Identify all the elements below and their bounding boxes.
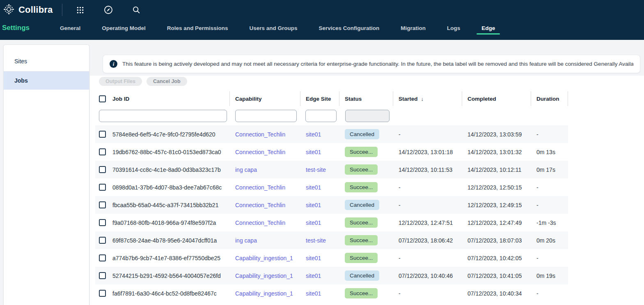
job-id-cell: a774b7b6-9cb7-41e7-8386-ef77550dbe25 [112, 255, 220, 261]
tab-roles-and-permissions[interactable]: Roles and Permissions [156, 25, 239, 37]
row-checkbox[interactable] [99, 201, 106, 208]
capability-link[interactable]: Connection_Techlin [235, 202, 285, 208]
edge-site-filter-input[interactable] [305, 110, 337, 122]
capability-link[interactable]: Connection_Techlin [235, 131, 285, 138]
table-row[interactable]: 69f87c58-24ae-4b78-95e6-24047dcff01a ing… [95, 231, 568, 249]
topbar-divider [62, 4, 62, 16]
search-icon[interactable] [131, 5, 141, 15]
tab-migration[interactable]: Migration [390, 25, 436, 37]
tab-edge[interactable]: Edge [471, 25, 506, 37]
duration-cell: - [536, 131, 539, 138]
completed-cell: 07/12/2023, 10:42:05 [468, 255, 522, 261]
table-row[interactable]: fbcaa55b-65a0-445c-a37f-73415bb32b21 Con… [95, 196, 568, 214]
edge-site-link[interactable]: site01 [306, 184, 321, 191]
edge-site-link[interactable]: site01 [306, 255, 321, 261]
status-badge: Succee... [345, 182, 378, 192]
started-cell: 14/12/2023, 13:01:18 [399, 149, 453, 155]
header-started[interactable]: Started ↓ [393, 91, 462, 106]
select-all-checkbox[interactable] [99, 95, 106, 102]
edge-site-link[interactable]: site01 [306, 290, 321, 297]
table-row[interactable]: 0898d0a1-37b6-4d07-8ba3-dee7ab67c68c Con… [95, 178, 568, 196]
completed-cell: 14/12/2023, 13:01:32 [468, 149, 522, 155]
sidebar-item-jobs[interactable]: Jobs [4, 72, 89, 90]
capability-link[interactable]: Connection_Techlin [235, 184, 285, 191]
row-checkbox[interactable] [99, 184, 106, 191]
cancel-job-button[interactable]: Cancel Job [147, 77, 187, 86]
header-edge-site[interactable]: Edge Site [300, 91, 339, 106]
table-header-row: Job ID Capability Edge Site Status Start… [95, 91, 568, 106]
status-badge: Cancelled [345, 200, 379, 210]
header-completed[interactable]: Completed [462, 91, 531, 106]
table-row[interactable]: 52744215-b291-4592-b564-4004057e26fd Cap… [95, 267, 568, 284]
completed-cell: 12/12/2023, 12:50:15 [468, 184, 522, 191]
capability-link[interactable]: Connection_Techlin [235, 220, 285, 226]
row-checkbox[interactable] [99, 166, 106, 173]
capability-link[interactable]: Capability_ingestion_1 [235, 255, 293, 261]
job-id-cell: 0898d0a1-37b6-4d07-8ba3-dee7ab67c68c [112, 184, 222, 191]
status-badge: Cancelled [345, 270, 379, 281]
content-area: Sites Jobs i This feature is being activ… [0, 40, 644, 305]
table-row[interactable]: 19db6762-88bc-457c-81c0-0153ed873ca0 Con… [95, 143, 568, 161]
duration-cell: 0m 19s [536, 273, 555, 279]
tab-general[interactable]: General [49, 25, 91, 37]
duration-cell: -1m -3s [536, 220, 556, 226]
tab-users-and-groups[interactable]: Users and Groups [238, 25, 308, 37]
edge-site-link[interactable]: site01 [306, 131, 321, 138]
tab-operating-model[interactable]: Operating Model [91, 25, 156, 37]
duration-cell: 0m 13s [536, 149, 555, 155]
status-filter-select[interactable] [345, 110, 390, 122]
settings-title[interactable]: Settings [2, 24, 30, 37]
table-row[interactable]: f9a07168-80fb-4018-966a-974f8e597f2a Con… [95, 214, 568, 231]
beta-info-banner: i This feature is being actively develop… [103, 55, 640, 73]
started-cell: - [399, 290, 401, 297]
row-checkbox[interactable] [99, 254, 106, 261]
completed-cell: 12/12/2023, 12:49:15 [468, 202, 522, 208]
sidebar-item-sites[interactable]: Sites [4, 52, 89, 70]
tab-logs[interactable]: Logs [436, 25, 471, 37]
table-row[interactable]: a774b7b6-9cb7-41e7-8386-ef77550dbe25 Cap… [95, 249, 568, 267]
compass-icon[interactable] [103, 5, 113, 15]
row-checkbox[interactable] [99, 131, 106, 138]
top-navigation-bar: Collibra [0, 0, 644, 40]
jobs-panel: Output Files Cancel Job Job ID Capabilit… [90, 76, 644, 305]
edge-site-link[interactable]: test-site [306, 166, 326, 173]
header-job-id[interactable]: Job ID [95, 91, 230, 106]
row-checkbox[interactable] [99, 272, 106, 279]
edge-site-link[interactable]: test-site [306, 237, 326, 244]
tab-services-configuration[interactable]: Services Configuration [308, 25, 390, 37]
capability-link[interactable]: Capability_ingestion_1 [235, 290, 293, 297]
edge-site-link[interactable]: site01 [306, 202, 321, 208]
apps-grid-icon[interactable] [76, 5, 85, 15]
table-filter-row [95, 106, 568, 125]
completed-cell: 07/12/2023, 18:07:03 [468, 237, 522, 244]
capability-filter-input[interactable] [235, 110, 297, 122]
output-files-button[interactable]: Output Files [99, 77, 142, 86]
job-id-cell: fa6f7891-6a30-46c4-bc52-0d8fbe82467c [112, 290, 217, 297]
started-cell: 12/12/2023, 12:47:51 [399, 220, 453, 226]
collibra-mark-icon [3, 4, 14, 16]
row-checkbox[interactable] [99, 290, 106, 297]
job-id-cell: 70391614-cc8c-4c1e-8ad0-0d3ba323c17b [112, 166, 221, 173]
table-row[interactable]: fa6f7891-6a30-46c4-bc52-0d8fbe82467c Cap… [95, 284, 568, 302]
capability-link[interactable]: Capability_ingestion_1 [235, 273, 293, 279]
capability-link[interactable]: ing capa [235, 237, 257, 244]
started-cell: - [399, 255, 401, 261]
sort-desc-icon[interactable]: ↓ [421, 96, 424, 102]
table-row[interactable]: 70391614-cc8c-4c1e-8ad0-0d3ba323c17b ing… [95, 161, 568, 178]
edge-site-link[interactable]: site01 [306, 149, 321, 155]
capability-link[interactable]: Connection_Techlin [235, 149, 285, 155]
edge-site-link[interactable]: site01 [306, 220, 321, 226]
row-checkbox[interactable] [99, 148, 106, 155]
capability-link[interactable]: ing capa [235, 166, 257, 173]
table-row[interactable]: 5784e8ed-6ef5-4c7e-9fc0-f2795fe4d620 Con… [95, 125, 568, 143]
header-status[interactable]: Status [339, 91, 393, 106]
collibra-logo[interactable]: Collibra [3, 4, 53, 16]
edge-site-link[interactable]: site01 [306, 273, 321, 279]
row-checkbox[interactable] [99, 237, 106, 244]
row-checkbox[interactable] [99, 219, 106, 226]
header-duration[interactable]: Duration [531, 91, 568, 106]
job-id-filter-input[interactable] [99, 110, 227, 122]
completed-cell: 14/12/2023, 10:12:11 [468, 166, 521, 173]
brand-name: Collibra [18, 5, 53, 15]
header-capability[interactable]: Capability [230, 91, 300, 106]
